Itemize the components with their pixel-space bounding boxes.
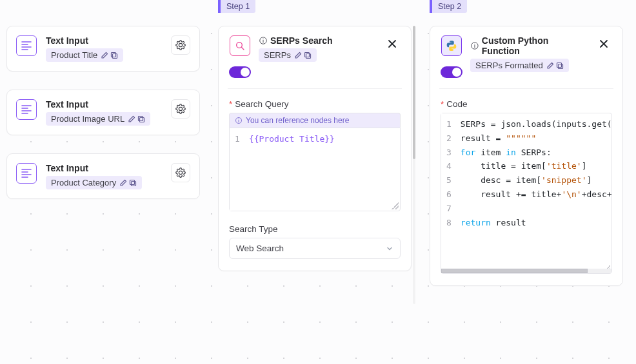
svg-point-27: [238, 119, 239, 119]
text-input-card-title[interactable]: Text Input Product Title: [6, 26, 200, 72]
settings-button[interactable]: [171, 163, 190, 182]
svg-rect-23: [306, 53, 310, 58]
copy-icon[interactable]: [137, 115, 145, 123]
close-icon: [599, 39, 609, 49]
text-input-card-image-url[interactable]: Text Input Product Image URL: [6, 90, 200, 135]
settings-button[interactable]: [171, 35, 190, 55]
close-button[interactable]: [595, 35, 612, 52]
node-title: SERPs Search: [259, 35, 376, 46]
variable-chip[interactable]: Product Image URL: [46, 112, 150, 126]
enable-toggle[interactable]: [441, 66, 462, 78]
line-gutter: 1: [230, 128, 244, 211]
field-label-search-query: *Search Query: [229, 99, 401, 109]
text-align-icon: [16, 163, 37, 184]
svg-point-22: [263, 39, 263, 39]
close-button[interactable]: [384, 35, 401, 52]
info-icon: [235, 117, 243, 124]
scrollbar-thumb[interactable]: [441, 269, 588, 273]
divider: [439, 88, 613, 89]
svg-rect-10: [140, 117, 144, 122]
step1-column: Step 1 SERPs Search SERP: [218, 0, 412, 304]
serps-search-card[interactable]: SERPs Search SERPs: [218, 26, 412, 271]
node-title: Text Input: [46, 35, 162, 46]
line-gutter: 12345678: [441, 113, 455, 273]
editor-hint: You can reference nodes here: [229, 113, 401, 128]
field-label-code: *Code: [441, 99, 612, 109]
scrollbar[interactable]: [413, 26, 415, 304]
python-function-card[interactable]: Custom Python Function SERPs Formatted: [430, 26, 623, 286]
svg-rect-17: [130, 180, 135, 184]
code-content[interactable]: {{Product Title}}: [244, 128, 400, 211]
svg-rect-4: [113, 53, 117, 58]
svg-rect-24: [304, 52, 309, 57]
svg-rect-11: [139, 116, 143, 120]
enable-toggle[interactable]: [229, 66, 251, 78]
svg-point-30: [474, 44, 475, 44]
output-chip[interactable]: SERPs Formatted: [470, 59, 569, 72]
close-icon: [387, 39, 397, 49]
svg-rect-5: [112, 52, 116, 57]
copy-icon[interactable]: [556, 62, 564, 70]
search-query-editor[interactable]: 1 {{Product Title}}: [229, 128, 401, 211]
chevron-down-icon: [386, 245, 393, 253]
copy-icon[interactable]: [110, 52, 118, 59]
info-icon[interactable]: [259, 36, 268, 45]
step-tag: Step 2: [430, 0, 467, 13]
divider: [228, 88, 402, 89]
chip-label: Product Title: [51, 50, 97, 60]
edit-icon[interactable]: [119, 179, 127, 187]
edit-icon[interactable]: [128, 115, 135, 123]
svg-line-19: [241, 47, 244, 50]
text-align-icon: [16, 99, 37, 120]
gear-icon: [175, 168, 186, 178]
info-icon[interactable]: [470, 41, 479, 50]
chip-label: SERPs Formatted: [475, 61, 543, 70]
scrollbar-thumb[interactable]: [413, 26, 415, 159]
variable-chip[interactable]: Product Category: [46, 176, 142, 189]
inputs-column: Text Input Product Title Text Input: [6, 0, 200, 304]
svg-rect-16: [132, 181, 136, 186]
settings-button[interactable]: [171, 99, 190, 119]
search-type-select[interactable]: Web Search: [229, 238, 401, 259]
python-icon: [441, 35, 462, 56]
svg-rect-32: [557, 62, 561, 67]
chip-label: Product Category: [51, 178, 116, 187]
select-value: Web Search: [236, 244, 284, 253]
variable-chip[interactable]: Product Title: [46, 48, 123, 62]
text-input-card-category[interactable]: Text Input Product Category: [6, 153, 200, 199]
gear-icon: [175, 40, 186, 50]
code-content[interactable]: SERPs = json.loads(inputs.get( result = …: [455, 113, 611, 273]
node-title: Text Input: [46, 163, 162, 173]
field-label-search-type: Search Type: [229, 224, 401, 234]
chip-label: Product Image URL: [51, 114, 124, 124]
copy-icon[interactable]: [129, 179, 137, 187]
edit-icon[interactable]: [101, 52, 108, 59]
chip-label: SERPs: [264, 50, 291, 60]
search-icon: [230, 35, 250, 56]
edit-icon[interactable]: [546, 62, 554, 70]
resize-handle[interactable]: [392, 202, 399, 209]
copy-icon[interactable]: [304, 52, 312, 59]
gear-icon: [175, 104, 186, 114]
step2-column: Step 2 Custom Python Function: [430, 0, 623, 304]
code-editor[interactable]: 12345678 SERPs = json.loads(inputs.get( …: [441, 113, 612, 274]
horizontal-scrollbar[interactable]: [441, 269, 611, 273]
output-chip[interactable]: SERPs: [259, 48, 317, 62]
text-align-icon: [16, 35, 37, 56]
svg-rect-31: [558, 64, 562, 68]
edit-icon[interactable]: [294, 52, 302, 59]
node-title: Text Input: [46, 99, 162, 110]
node-title: Custom Python Function: [470, 35, 588, 56]
step-tag: Step 1: [218, 0, 255, 13]
